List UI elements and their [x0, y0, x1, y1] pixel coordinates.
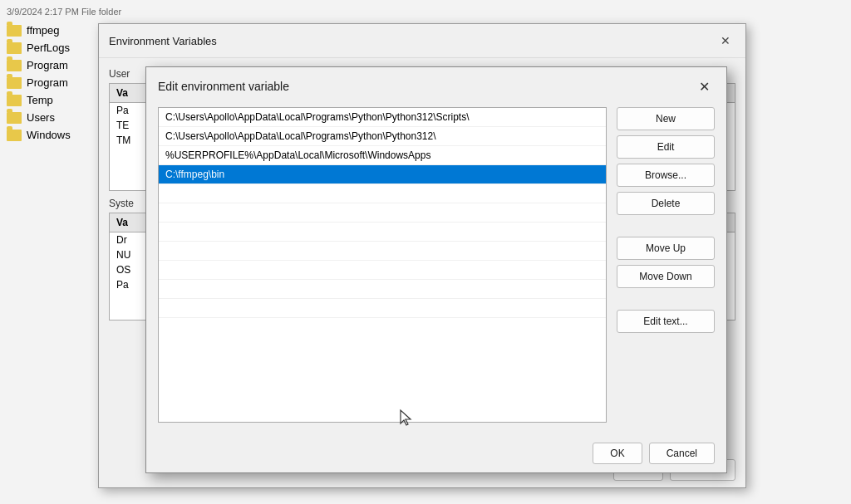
- path-item-empty-2[interactable]: [159, 203, 606, 223]
- path-item-3[interactable]: C:\ffmpeg\bin: [159, 165, 606, 184]
- folder-name: PerfLogs: [27, 42, 70, 54]
- path-list[interactable]: C:\Users\Apollo\AppData\Local\Programs\P…: [158, 107, 607, 423]
- env-vars-titlebar: Environment Variables ✕: [99, 24, 745, 58]
- new-button[interactable]: New: [617, 107, 715, 130]
- edit-button[interactable]: Edit: [617, 135, 715, 159]
- button-spacer-2: [617, 293, 715, 305]
- browse-button[interactable]: Browse...: [617, 164, 715, 187]
- button-spacer: [617, 220, 715, 232]
- path-item-0[interactable]: C:\Users\Apollo\AppData\Local\Programs\P…: [159, 108, 606, 127]
- edit-env-cancel-button[interactable]: Cancel: [649, 443, 715, 464]
- path-item-empty-4[interactable]: [159, 242, 606, 261]
- move-down-button[interactable]: Move Down: [617, 265, 715, 288]
- delete-button[interactable]: Delete: [617, 192, 715, 215]
- path-item-1[interactable]: C:\Users\Apollo\AppData\Local\Programs\P…: [159, 127, 606, 146]
- folder-icon: [7, 60, 22, 71]
- env-vars-title: Environment Variables: [109, 35, 217, 47]
- edit-text-button[interactable]: Edit text...: [617, 310, 715, 333]
- folder-icon: [7, 95, 22, 106]
- folder-icon: [7, 42, 22, 54]
- folder-icon: [7, 112, 22, 124]
- path-item-empty-6[interactable]: [159, 280, 606, 299]
- folder-icon: [7, 25, 22, 37]
- folder-name: Users: [27, 111, 55, 124]
- edit-env-body: C:\Users\Apollo\AppData\Local\Programs\P…: [146, 104, 726, 426]
- edit-env-ok-button[interactable]: OK: [593, 443, 642, 464]
- explorer-date-header: 3/9/2024 2:17 PM File folder: [0, 3, 851, 20]
- folder-name: Temp: [27, 94, 53, 106]
- edit-env-footer: OK Cancel: [146, 434, 726, 472]
- folder-name: Windows: [27, 129, 71, 141]
- folder-icon: [7, 77, 22, 89]
- path-item-empty-5[interactable]: [159, 261, 606, 280]
- path-item-empty-7[interactable]: [159, 299, 606, 318]
- folder-name: Program: [27, 76, 68, 89]
- edit-env-dialog: Edit environment variable ✕ C:\Users\Apo…: [145, 66, 727, 473]
- move-up-button[interactable]: Move Up: [617, 237, 715, 260]
- folder-name: ffmpeg: [27, 24, 60, 37]
- edit-env-title: Edit environment variable: [158, 80, 289, 93]
- env-vars-close-button[interactable]: ✕: [716, 31, 735, 51]
- folder-name: Program: [27, 59, 68, 71]
- edit-env-button-panel: New Edit Browse... Delete Move Up Move D…: [607, 107, 715, 423]
- folder-icon: [7, 130, 22, 141]
- path-item-empty-1[interactable]: [159, 184, 606, 203]
- edit-env-titlebar: Edit environment variable ✕: [146, 67, 726, 104]
- edit-env-close-button[interactable]: ✕: [693, 76, 715, 97]
- path-item-2[interactable]: %USERPROFILE%\AppData\Local\Microsoft\Wi…: [159, 146, 606, 165]
- path-item-empty-3[interactable]: [159, 223, 606, 242]
